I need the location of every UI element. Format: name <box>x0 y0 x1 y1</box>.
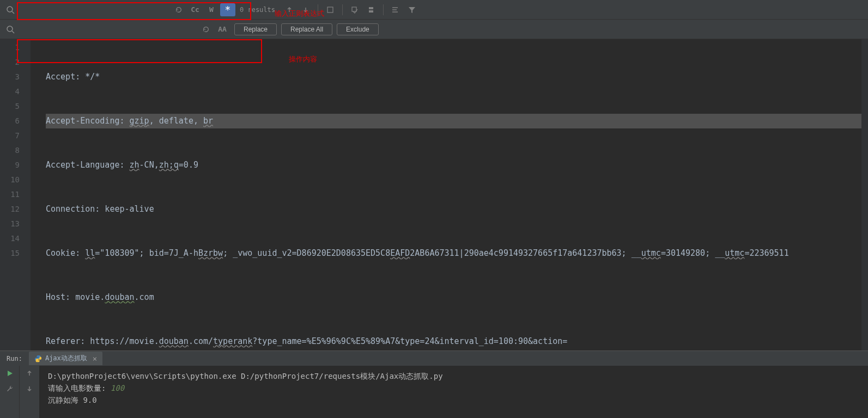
svg-point-0 <box>7 7 13 12</box>
add-selection-icon[interactable] <box>347 3 362 16</box>
line-gutter: 123456789101112131415 <box>0 39 31 351</box>
annotation-text-bottom: 操作内容 <box>289 54 317 64</box>
svg-point-9 <box>7 26 13 32</box>
svg-line-10 <box>12 31 14 33</box>
replace-button[interactable]: Replace <box>234 23 277 35</box>
svg-line-1 <box>12 11 14 14</box>
replace-bar: AA Replace Replace All Exclude <box>0 20 868 39</box>
filter-icon[interactable] <box>404 3 420 16</box>
run-label: Run: <box>0 355 29 362</box>
find-bar: Cc W * 0 results <box>0 0 868 20</box>
close-icon[interactable]: × <box>93 354 97 363</box>
svg-rect-3 <box>352 7 356 11</box>
tool-icon[interactable] <box>0 381 19 396</box>
code-line[interactable]: Accept-Language: zh-CN,zh;q=0.9 <box>46 158 868 173</box>
code-line[interactable]: Referer: https://movie.douban.com/typera… <box>46 334 868 349</box>
code-line[interactable]: Accept-Encoding: gzip, deflate, br <box>46 114 868 128</box>
run-tab[interactable]: Ajax动态抓取 × <box>29 352 102 365</box>
exclude-button[interactable]: Exclude <box>337 23 379 35</box>
up-icon[interactable] <box>20 366 39 381</box>
down-icon[interactable] <box>20 381 39 396</box>
code-line[interactable]: Host: movie.douban.com <box>46 290 868 305</box>
replace-search-icon[interactable] <box>2 25 19 34</box>
annotation-text-top: 输入正则表达式 <box>275 9 324 19</box>
replace-input[interactable] <box>19 22 198 37</box>
replace-all-button[interactable]: Replace All <box>281 23 332 35</box>
preserve-case-icon[interactable]: AA <box>215 23 230 36</box>
settings-icon[interactable] <box>388 3 403 16</box>
search-icon[interactable] <box>2 5 19 14</box>
select-all-icon[interactable] <box>323 3 338 16</box>
regex-icon[interactable]: * <box>220 3 235 16</box>
code-content[interactable]: Accept: */* Accept-Encoding: gzip, defla… <box>31 39 868 351</box>
run-panel-header: Run: Ajax动态抓取 × <box>0 351 868 366</box>
pin-icon[interactable] <box>363 3 379 16</box>
results-count: 0 results <box>235 6 280 14</box>
replace-history-icon[interactable] <box>198 23 214 36</box>
run-tab-label: Ajax动态抓取 <box>45 354 87 363</box>
history-icon[interactable] <box>171 3 186 16</box>
console-output[interactable]: D:\pythonProject6\venv\Scripts\python.ex… <box>39 366 868 418</box>
python-icon <box>34 355 42 362</box>
editor-scrollbar-track[interactable] <box>861 39 868 351</box>
rerun-icon[interactable] <box>0 366 19 381</box>
words-icon[interactable]: W <box>204 3 219 16</box>
console-panel: D:\pythonProject6\venv\Scripts\python.ex… <box>0 366 868 418</box>
find-input[interactable] <box>19 2 171 17</box>
code-line[interactable]: Connection: keep-alive <box>46 202 868 217</box>
code-line[interactable]: Cookie: ll="108309"; bid=7J_A-hBzrbw; _v… <box>46 246 868 261</box>
svg-rect-2 <box>327 7 333 13</box>
code-editor[interactable]: 123456789101112131415 Accept: */* Accept… <box>0 39 868 351</box>
match-case-icon[interactable]: Cc <box>187 3 203 16</box>
code-line[interactable]: Accept: */* <box>46 70 868 84</box>
